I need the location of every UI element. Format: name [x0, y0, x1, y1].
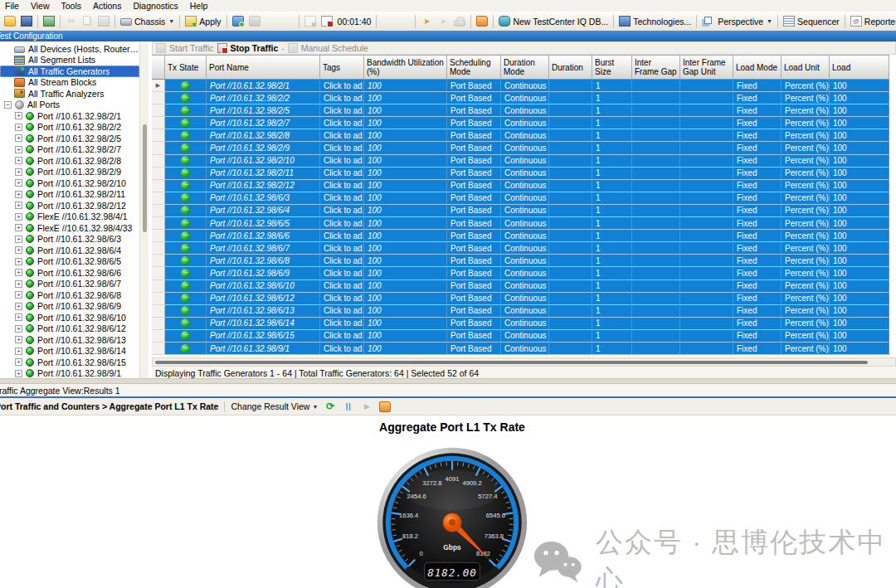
- tree-item-port-10-61-32-98-2-5[interactable]: +Port //10.61.32.98/2/5: [0, 133, 139, 144]
- cell-load[interactable]: 100: [830, 343, 889, 355]
- row-selector[interactable]: [152, 293, 165, 305]
- cell-load[interactable]: 100: [830, 129, 889, 142]
- cell-scheduling-mode[interactable]: Port Based: [447, 318, 501, 330]
- expand-icon[interactable]: +: [15, 202, 22, 209]
- row-selector[interactable]: [152, 155, 165, 168]
- cell-burst-size[interactable]: 1: [592, 280, 632, 293]
- cell-inter-frame-gap[interactable]: [632, 343, 680, 355]
- tx-state-cell[interactable]: [165, 318, 207, 330]
- cell-inter-frame-gap-unit[interactable]: [680, 267, 733, 279]
- save-button[interactable]: [18, 15, 35, 27]
- row-selector[interactable]: [152, 129, 165, 142]
- table-row[interactable]: Port //10.61.32.98/6/4Click to ad...100P…: [152, 205, 896, 217]
- cell-load[interactable]: 100: [830, 305, 889, 318]
- tree-item-port-10-61-32-98-6-14[interactable]: +Port //10.61.32.98/6/14: [0, 346, 139, 357]
- collapse-icon[interactable]: −: [4, 101, 12, 109]
- cell-inter-frame-gap-unit[interactable]: [680, 280, 733, 293]
- cell-tags[interactable]: Click to ad...: [320, 192, 364, 205]
- change-result-view-button[interactable]: Change Result View ▼: [231, 401, 318, 411]
- cell-load-mode[interactable]: Fixed: [733, 155, 782, 168]
- cell-scheduling-mode[interactable]: Port Based: [447, 330, 501, 343]
- cut-button[interactable]: [63, 15, 80, 27]
- cell-burst-size[interactable]: 1: [592, 117, 632, 129]
- tx-state-cell[interactable]: [165, 280, 207, 293]
- cell-load[interactable]: 100: [830, 293, 889, 305]
- table-row[interactable]: Port //10.61.32.98/9/1Click to ad...100P…: [152, 343, 896, 355]
- cell-load-unit[interactable]: Percent (%): [782, 343, 830, 355]
- cell-duration-mode[interactable]: Continuous: [501, 104, 549, 117]
- subscribe-button[interactable]: [418, 15, 435, 27]
- cell-scheduling-mode[interactable]: Port Based: [447, 117, 501, 129]
- open-button[interactable]: [2, 15, 18, 27]
- cell-inter-frame-gap-unit[interactable]: [680, 255, 733, 267]
- connect-button[interactable]: [230, 15, 246, 27]
- tx-state-cell[interactable]: [165, 180, 207, 192]
- cell-inter-frame-gap-unit[interactable]: [680, 242, 733, 255]
- cell-load-mode[interactable]: Fixed: [733, 305, 782, 318]
- cell-duration[interactable]: [549, 80, 592, 92]
- cell-port-name[interactable]: Port //10.61.32.98/2/1: [207, 80, 320, 92]
- row-selector[interactable]: [152, 280, 165, 293]
- cell-burst-size[interactable]: 1: [592, 180, 632, 192]
- tree-item-port-10-61-32-98-6-10[interactable]: +Port //10.61.32.98/6/10: [0, 312, 139, 323]
- cell-scheduling-mode[interactable]: Port Based: [447, 104, 501, 117]
- column-header-load-unit[interactable]: Load Unit: [782, 55, 830, 80]
- tx-state-cell[interactable]: [165, 330, 207, 343]
- cell-burst-size[interactable]: 1: [592, 318, 632, 330]
- table-row[interactable]: ▶Port //10.61.32.98/2/1Click to ad...100…: [152, 80, 896, 92]
- cell-inter-frame-gap-unit[interactable]: [680, 168, 733, 180]
- cell-burst-size[interactable]: 1: [592, 92, 632, 104]
- tree-item-port-10-61-32-98-6-4[interactable]: +Port //10.61.32.98/6/4: [0, 245, 139, 256]
- tx-state-cell[interactable]: [165, 104, 207, 117]
- cell-load-mode[interactable]: Fixed: [733, 80, 782, 92]
- cell-bandwidth-utilization[interactable]: 100: [364, 180, 447, 192]
- cell-bandwidth-utilization[interactable]: 100: [364, 330, 447, 343]
- cell-load-mode[interactable]: Fixed: [733, 230, 782, 242]
- row-selector[interactable]: [152, 318, 165, 330]
- cell-load-mode[interactable]: Fixed: [733, 168, 782, 180]
- cell-port-name[interactable]: Port //10.61.32.98/9/1: [207, 343, 320, 355]
- cell-load-unit[interactable]: Percent (%): [782, 129, 830, 142]
- cell-scheduling-mode[interactable]: Port Based: [447, 305, 501, 318]
- table-row[interactable]: Port //10.61.32.98/2/8Click to ad...100P…: [152, 129, 896, 142]
- cell-inter-frame-gap[interactable]: [632, 217, 680, 230]
- table-row[interactable]: Port //10.61.32.98/6/15Click to ad...100…: [152, 330, 896, 343]
- cell-inter-frame-gap[interactable]: [632, 255, 680, 267]
- cell-port-name[interactable]: Port //10.61.32.98/2/9: [207, 142, 320, 154]
- cell-burst-size[interactable]: 1: [592, 104, 632, 117]
- cell-burst-size[interactable]: 1: [592, 192, 632, 205]
- tree-item-port-10-61-32-98-2-1[interactable]: +Port //10.61.32.98/2/1: [0, 110, 139, 122]
- cell-port-name[interactable]: Port //10.61.32.98/6/15: [207, 330, 320, 343]
- column-header-load[interactable]: Load: [830, 55, 889, 80]
- cell-bandwidth-utilization[interactable]: 100: [364, 129, 447, 142]
- column-header-duration[interactable]: Duration: [549, 55, 592, 80]
- expand-icon[interactable]: +: [15, 179, 22, 187]
- cell-tags[interactable]: Click to ad...: [320, 267, 364, 279]
- cell-duration-mode[interactable]: Continuous: [501, 280, 549, 293]
- menu-item-tools[interactable]: Tools: [56, 0, 89, 12]
- tx-state-cell[interactable]: [165, 80, 207, 92]
- cell-duration[interactable]: [549, 255, 592, 267]
- cell-burst-size[interactable]: 1: [592, 142, 632, 154]
- expand-icon[interactable]: +: [15, 313, 22, 321]
- table-row[interactable]: Port //10.61.32.98/2/5Click to ad...100P…: [152, 104, 896, 117]
- expand-icon[interactable]: +: [15, 157, 22, 164]
- column-header-inter-frame-gap-unit[interactable]: Inter Frame Gap Unit: [680, 55, 733, 80]
- cell-inter-frame-gap-unit[interactable]: [680, 129, 733, 142]
- cell-load[interactable]: 100: [830, 142, 889, 154]
- cell-duration-mode[interactable]: Continuous: [501, 330, 549, 343]
- cell-tags[interactable]: Click to ad...: [320, 80, 364, 92]
- cell-duration-mode[interactable]: Continuous: [501, 230, 549, 242]
- tx-state-cell[interactable]: [165, 92, 207, 104]
- tree-item-port-10-61-32-98-2-7[interactable]: +Port //10.61.32.98/2/7: [0, 144, 139, 156]
- cell-scheduling-mode[interactable]: Port Based: [447, 242, 501, 255]
- cell-scheduling-mode[interactable]: Port Based: [447, 217, 501, 230]
- tree-item-port-10-61-32-98-2-11[interactable]: +Port //10.61.32.98/2/11: [0, 189, 139, 201]
- tree-item-port-10-61-32-98-2-2[interactable]: +Port //10.61.32.98/2/2: [0, 122, 139, 134]
- expand-icon[interactable]: +: [15, 246, 22, 254]
- cell-duration[interactable]: [549, 330, 592, 343]
- cell-inter-frame-gap[interactable]: [632, 155, 680, 168]
- save-results-button[interactable]: [41, 15, 57, 27]
- cell-load-unit[interactable]: Percent (%): [782, 104, 830, 117]
- row-selector[interactable]: [152, 104, 165, 117]
